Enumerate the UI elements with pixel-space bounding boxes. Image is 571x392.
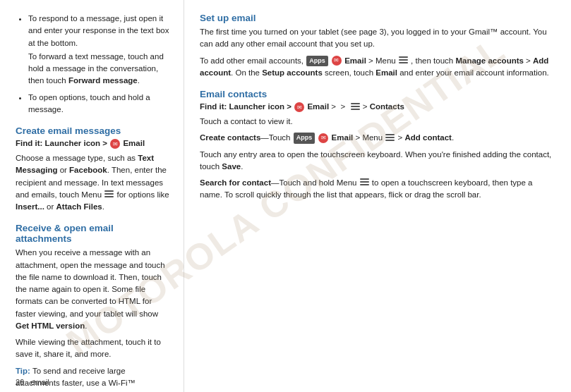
menu-icon-contacts xyxy=(351,103,360,111)
menu-icon-create xyxy=(104,190,114,198)
section-create-heading: Create email messages xyxy=(16,125,171,136)
create-contacts: Create contacts—Touch Apps ✉ Email > Men… xyxy=(200,132,555,144)
email-icon: ✉ xyxy=(110,139,120,149)
email-icon-setup: ✉ xyxy=(332,56,342,66)
section-contacts-heading: Email contacts xyxy=(200,89,555,99)
forward-message-bold: Forward message xyxy=(68,76,138,85)
section-setup-heading: Set up email xyxy=(200,13,555,23)
menu-icon-search xyxy=(360,178,369,186)
right-column: Set up email The first time you turned o… xyxy=(184,0,571,392)
page-footer: 26 email xyxy=(16,378,49,386)
search-contact: Search for contact—Touch and hold Menu t… xyxy=(200,177,555,202)
contacts-body2: Touch any entry area to open the touchsc… xyxy=(200,149,555,173)
bullet-item-1: To respond to a message, just open it an… xyxy=(28,13,171,87)
apps-icon: Apps xyxy=(306,56,328,67)
contacts-body1: Touch a contact to view it. xyxy=(200,116,555,128)
bullet-item-2: To open options, touch and hold a messag… xyxy=(28,92,171,116)
section-receive-heading: Receive & open email attachments xyxy=(16,223,171,244)
setup-body2: To add other email accounts, Apps ✉ Emai… xyxy=(200,55,555,80)
email-icon-contacts: ✉ xyxy=(294,102,304,112)
setup-body1: The first time you turned on your tablet… xyxy=(200,26,555,51)
email-icon-contacts2: ✉ xyxy=(318,133,328,143)
create-body: Choose a message type, such as Text Mess… xyxy=(16,152,171,213)
intro-bullets: To respond to a message, just open it an… xyxy=(16,13,171,116)
find-it-create: Find it: Launcher icon > ✉ Email xyxy=(16,139,171,149)
page-container: MOTOROLA CONFIDENTIAL To respond to a me… xyxy=(0,0,571,392)
bullet-indent-1: To forward a text message, touch and hol… xyxy=(28,51,171,87)
apps-icon-contacts: Apps xyxy=(294,133,315,144)
receive-body1: When you receive a message with an attac… xyxy=(16,247,171,332)
menu-icon-setup xyxy=(399,56,408,64)
left-column: To respond to a message, just open it an… xyxy=(0,0,184,392)
menu-icon-add xyxy=(385,134,395,142)
find-it-contacts: Find it: Launcher icon > ✉ Email > > > C… xyxy=(200,102,555,112)
receive-body2: While viewing the attachment, touch it t… xyxy=(16,336,171,361)
